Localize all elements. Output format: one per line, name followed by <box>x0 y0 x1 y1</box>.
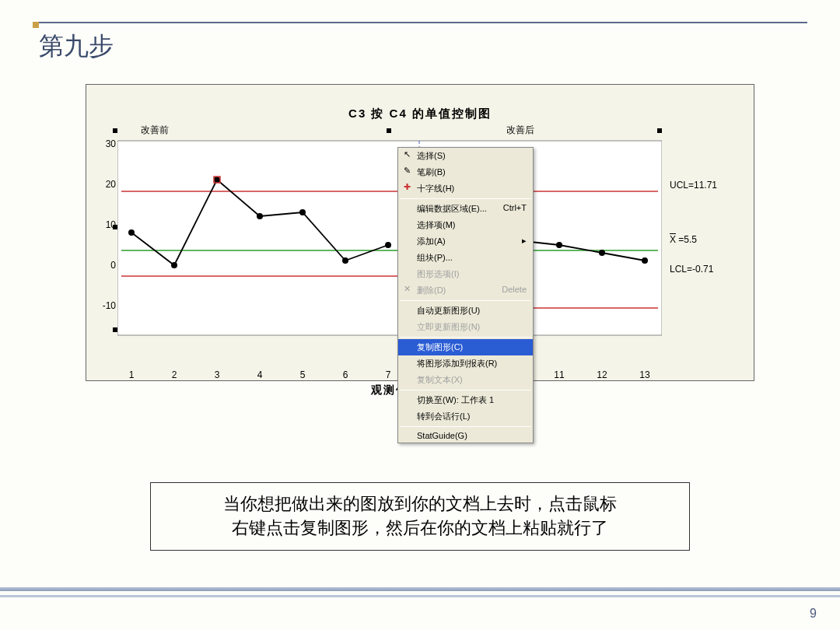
x-tick: 13 <box>639 369 649 380</box>
title-divider <box>33 22 807 23</box>
chart-svg <box>117 125 662 343</box>
menu-update-graph-now: 立即更新图形(N) <box>398 319 533 335</box>
mean-label: X =5.5 <box>670 234 697 245</box>
caption-line: 右键点击复制图形，然后在你的文档上粘贴就行了 <box>166 516 674 541</box>
delete-icon: ✕ <box>401 284 412 295</box>
caption-box: 当你想把做出来的图放到你的文档上去时，点击鼠标 右键点击复制图形，然后在你的文档… <box>150 482 690 551</box>
menu-graph-options: 图形选项(I) <box>398 266 533 282</box>
y-axis-labels: 30 20 10 0 -10 <box>94 125 116 327</box>
menu-brush[interactable]: ✎笔刷(B) <box>398 164 533 180</box>
x-tick: 12 <box>597 369 607 380</box>
svg-point-9 <box>257 213 263 219</box>
ucl-label: UCL=11.71 <box>670 180 717 191</box>
menu-select[interactable]: ↖选择(S) <box>398 148 533 164</box>
menu-separator <box>400 337 531 338</box>
title-accent-square <box>33 22 39 28</box>
menu-go-to-session[interactable]: 转到会话行(L) <box>398 408 533 425</box>
menu-select-item[interactable]: 选择项(M) <box>398 217 533 233</box>
menu-edit-data-region[interactable]: 编辑数据区域(E)...Ctrl+T <box>398 201 533 217</box>
caption-line: 当你想把做出来的图放到你的文档上去时，点击鼠标 <box>166 492 674 516</box>
chart-screenshot: C3 按 C4 的单值控制图 30 20 10 0 -10 <box>86 84 754 381</box>
x-tick: 3 <box>215 369 220 380</box>
svg-point-15 <box>599 250 605 256</box>
x-tick: 1 <box>129 369 135 380</box>
x-tick: 7 <box>386 369 391 380</box>
svg-point-14 <box>556 242 562 248</box>
svg-point-11 <box>342 257 348 264</box>
svg-point-7 <box>171 262 177 268</box>
menu-auto-update-graph[interactable]: 自动更新图形(U) <box>398 303 533 319</box>
lcl-label: LCL=-0.71 <box>670 264 713 275</box>
y-tick: 10 <box>106 219 116 230</box>
pointer-icon: ↖ <box>401 149 412 160</box>
y-tick: 30 <box>106 138 116 149</box>
menu-switch-to-worksheet[interactable]: 切换至(W): 工作表 1 <box>398 392 533 408</box>
x-tick: 2 <box>172 369 177 380</box>
footer-divider-thin <box>0 595 840 597</box>
x-axis-labels: 1 2 3 4 5 6 7 8 9 10 11 12 13 <box>117 369 662 382</box>
group-label: 改善后 <box>506 124 534 137</box>
svg-point-12 <box>385 242 391 248</box>
y-tick: 0 <box>110 260 116 271</box>
x-axis-title: 观测值 <box>117 383 662 397</box>
group-label: 改善前 <box>141 124 169 137</box>
menu-separator <box>400 300 531 301</box>
chart-title: C3 按 C4 的单值控制图 <box>86 107 754 121</box>
menu-add[interactable]: 添加(A)▸ <box>398 233 533 250</box>
svg-point-16 <box>642 257 648 264</box>
menu-separator <box>400 426 531 427</box>
menu-crosshair[interactable]: ✚十字线(H) <box>398 180 533 197</box>
slide-title: 第九步 <box>39 30 114 64</box>
menu-delete: ✕删除(D)Delete <box>398 282 533 299</box>
page-number: 9 <box>810 607 817 621</box>
menu-add-graph-to-report[interactable]: 将图形添加到报表(R) <box>398 355 533 372</box>
x-tick: 5 <box>300 369 306 380</box>
menu-statguide[interactable]: StatGuide(G) <box>398 429 533 443</box>
y-tick: -10 <box>103 300 116 311</box>
svg-point-6 <box>128 229 135 236</box>
menu-separator <box>400 198 531 199</box>
svg-point-8 <box>214 177 220 183</box>
menu-copy-graph[interactable]: 复制图形(C) <box>398 339 533 355</box>
brush-icon: ✎ <box>401 166 412 177</box>
x-tick: 6 <box>343 369 348 380</box>
menu-panel[interactable]: 组块(P)... <box>398 250 533 266</box>
menu-copy-text: 复制文本(X) <box>398 372 533 388</box>
svg-rect-0 <box>117 141 662 335</box>
context-menu: ↖选择(S) ✎笔刷(B) ✚十字线(H) 编辑数据区域(E)...Ctrl+T… <box>397 147 534 443</box>
crosshair-icon: ✚ <box>401 182 412 193</box>
svg-point-10 <box>299 209 306 215</box>
menu-separator <box>400 390 531 390</box>
footer-divider-thick <box>0 587 840 591</box>
x-tick: 11 <box>554 369 564 380</box>
x-tick: 4 <box>257 369 263 380</box>
y-tick: 20 <box>106 179 116 190</box>
